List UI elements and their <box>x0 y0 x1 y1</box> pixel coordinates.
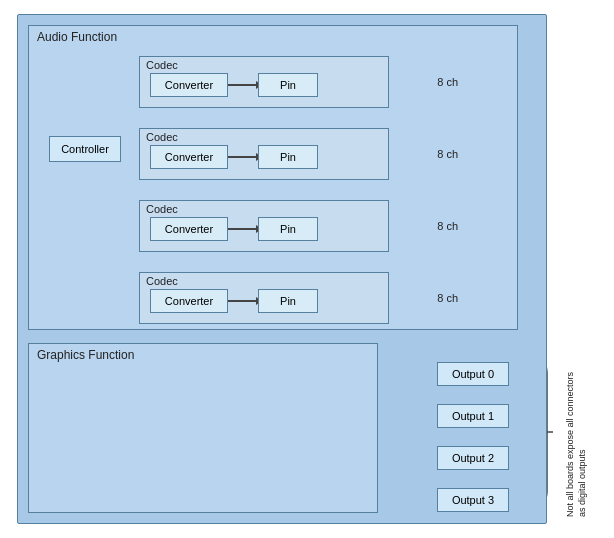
converter-2-label: Converter <box>165 151 213 163</box>
codec-4-label: Codec <box>146 275 178 287</box>
audio-function-box: Audio Function Controller Codec Converte… <box>28 25 518 330</box>
codec-row-2: Codec Converter Pin 8 ch <box>139 128 389 180</box>
converter-1-box: Converter <box>150 73 228 97</box>
arrow-conv-pin-3 <box>228 228 258 230</box>
output-3-box: Output 3 <box>437 488 509 512</box>
ch-label-3: 8 ch <box>437 220 458 232</box>
output-0-label: Output 0 <box>452 368 494 380</box>
output-3-label: Output 3 <box>452 494 494 506</box>
codec-3-label: Codec <box>146 203 178 215</box>
pin-4-label: Pin <box>280 295 296 307</box>
audio-function-label: Audio Function <box>37 30 117 44</box>
converter-3-label: Converter <box>165 223 213 235</box>
pin-3-box: Pin <box>258 217 318 241</box>
pin-3-label: Pin <box>280 223 296 235</box>
converter-2-box: Converter <box>150 145 228 169</box>
output-2-label: Output 2 <box>452 452 494 464</box>
ch-label-2: 8 ch <box>437 148 458 160</box>
codec-row-4: Codec Converter Pin 8 ch <box>139 272 389 324</box>
codec-row-3: Codec Converter Pin 8 ch <box>139 200 389 252</box>
arrow-conv-pin-1 <box>228 84 258 86</box>
pin-4-box: Pin <box>258 289 318 313</box>
converter-3-box: Converter <box>150 217 228 241</box>
codec-2-label: Codec <box>146 131 178 143</box>
pin-1-label: Pin <box>280 79 296 91</box>
arrow-conv-pin-4 <box>228 300 258 302</box>
pin-2-box: Pin <box>258 145 318 169</box>
pin-2-label: Pin <box>280 151 296 163</box>
graphics-function-label: Graphics Function <box>37 348 134 362</box>
graphics-function-box: Graphics Function <box>28 343 378 513</box>
codec-row-1: Codec Converter Pin 8 ch <box>139 56 389 108</box>
output-0-box: Output 0 <box>437 362 509 386</box>
converter-1-label: Converter <box>165 79 213 91</box>
controller-box: Controller <box>49 136 121 162</box>
converter-4-box: Converter <box>150 289 228 313</box>
codec-1-label: Codec <box>146 59 178 71</box>
annotation-text: Not all boards expose all connectors as … <box>565 362 581 517</box>
ch-label-1: 8 ch <box>437 76 458 88</box>
output-1-box: Output 1 <box>437 404 509 428</box>
converter-4-label: Converter <box>165 295 213 307</box>
output-1-label: Output 1 <box>452 410 494 422</box>
ch-label-4: 8 ch <box>437 292 458 304</box>
pin-1-box: Pin <box>258 73 318 97</box>
controller-label: Controller <box>61 143 109 155</box>
arrow-conv-pin-2 <box>228 156 258 158</box>
output-2-box: Output 2 <box>437 446 509 470</box>
diagram-wrapper: Audio Function Controller Codec Converte… <box>17 14 597 524</box>
